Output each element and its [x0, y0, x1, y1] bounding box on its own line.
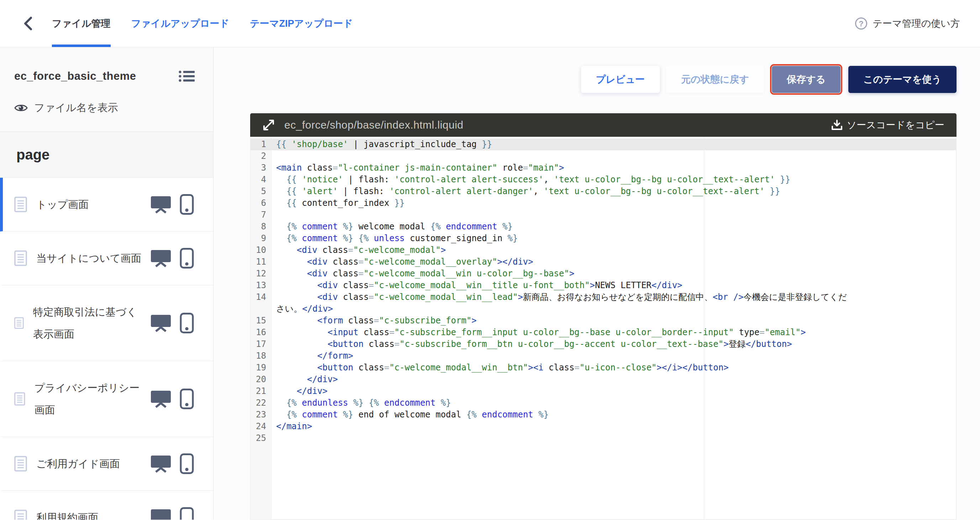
- tab-3[interactable]: テーマZIPアップロード: [250, 0, 353, 47]
- top-navigation-bar: ファイル管理ファイルアップロードテーマZIPアップロード ? テーマ管理の使い方: [0, 0, 980, 47]
- sidebar-item-label: 当サイトについて画面: [36, 247, 141, 269]
- device-preview-icons: [151, 313, 194, 333]
- back-button[interactable]: [20, 15, 36, 32]
- code-line: 24</main>: [250, 421, 956, 432]
- line-number: 20: [250, 373, 271, 385]
- line-number: 19: [250, 362, 271, 373]
- line-number: 17: [250, 338, 271, 350]
- mobile-icon[interactable]: [180, 453, 194, 474]
- desktop-icon[interactable]: [151, 249, 171, 267]
- code-line: 22 {% endunless %} {% endcomment %}: [250, 397, 956, 409]
- desktop-icon[interactable]: [151, 314, 171, 332]
- save-button[interactable]: 保存する: [772, 66, 840, 93]
- sidebar-item-2[interactable]: 当サイトについて画面: [0, 231, 213, 285]
- line-number: 12: [250, 268, 271, 279]
- line-number: 14: [250, 291, 271, 303]
- mobile-icon[interactable]: [180, 507, 194, 520]
- code-line: 18 </form>: [250, 350, 956, 362]
- desktop-icon[interactable]: [151, 196, 171, 213]
- section-header-page: page: [0, 132, 213, 178]
- theme-name: ec_force_basic_theme: [14, 70, 136, 83]
- device-preview-icons: [151, 507, 194, 520]
- code-line-content: <button class="c-welcome_modal__win__btn…: [271, 362, 729, 373]
- page-file-icon: [14, 315, 24, 331]
- tab-1[interactable]: ファイル管理: [52, 0, 111, 47]
- device-preview-icons: [151, 248, 194, 268]
- code-line: 8 {% comment %} welcome modal {% endcomm…: [250, 221, 956, 233]
- line-number: 25: [250, 432, 271, 444]
- desktop-icon[interactable]: [151, 455, 171, 473]
- chevron-left-icon: [22, 16, 35, 31]
- line-number: 18: [250, 350, 271, 362]
- code-editor: ec_force/shop/base/index.html.liquid ソース…: [250, 113, 956, 520]
- help-link[interactable]: ? テーマ管理の使い方: [855, 17, 960, 30]
- tab-2[interactable]: ファイルアップロード: [131, 0, 229, 47]
- code-line: 20 </div>: [250, 373, 956, 385]
- code-line: 7: [250, 209, 956, 221]
- mobile-icon[interactable]: [180, 194, 194, 215]
- sidebar-item-6[interactable]: 利用規約画面: [0, 491, 213, 520]
- line-number: 21: [250, 385, 271, 397]
- sidebar-item-label: 利用規約画面: [36, 506, 98, 520]
- expand-button[interactable]: [262, 119, 275, 131]
- mobile-icon[interactable]: [180, 313, 194, 333]
- line-number: 6: [250, 197, 271, 209]
- code-line: 19 <button class="c-welcome_modal__win__…: [250, 362, 956, 373]
- editor-header: ec_force/shop/base/index.html.liquid ソース…: [250, 113, 956, 137]
- page-file-list: トップ画面当サイトについて画面特定商取引法に基づく表示画面プライバシーポリシー画…: [0, 178, 213, 520]
- file-list-button[interactable]: [178, 69, 195, 83]
- code-line-content: {{ 'notice' | flash: 'control-alert aler…: [271, 174, 790, 185]
- line-number: 4: [250, 174, 271, 185]
- mobile-icon[interactable]: [180, 248, 194, 268]
- page-file-icon: [14, 510, 27, 520]
- desktop-icon[interactable]: [151, 390, 171, 408]
- code-line-content: [271, 150, 276, 162]
- code-line: 23 {% comment %} end of welcome modal {%…: [250, 409, 956, 421]
- line-number: 8: [250, 221, 271, 233]
- page-file-icon: [14, 391, 25, 407]
- code-line: 25: [250, 432, 956, 444]
- code-line: 1{{ 'shop/base' | javascript_include_tag…: [250, 139, 956, 150]
- sidebar-item-label: トップ画面: [36, 193, 89, 215]
- sidebar-item-1[interactable]: トップ画面: [0, 178, 213, 231]
- tab-bar: ファイル管理ファイルアップロードテーマZIPアップロード: [52, 0, 353, 47]
- code-line: 14 <div class="c-welcome_modal__win__lea…: [250, 291, 956, 303]
- mobile-icon[interactable]: [180, 389, 194, 409]
- use-theme-button[interactable]: このテーマを使う: [848, 66, 956, 93]
- code-line: 10 <div class="c-welcome_modal">: [250, 244, 956, 256]
- page-file-icon: [14, 456, 27, 472]
- theme-editor-app: ファイル管理ファイルアップロードテーマZIPアップロード ? テーマ管理の使い方…: [0, 0, 980, 520]
- page-file-icon: [14, 196, 27, 212]
- code-line-content: <div class="c-welcome_modal__win u-color…: [271, 268, 574, 279]
- code-lines: 1{{ 'shop/base' | javascript_include_tag…: [250, 137, 956, 444]
- copy-source-button[interactable]: ソースコードをコピー: [831, 119, 944, 131]
- code-line: 11 <div class="c-welcome_modal__overlay"…: [250, 256, 956, 268]
- preview-button[interactable]: プレビュー: [581, 66, 660, 93]
- sidebar-item-3[interactable]: 特定商取引法に基づく表示画面: [0, 285, 213, 361]
- device-preview-icons: [151, 389, 194, 409]
- code-line-content: <button class="c-subscribe_form__btn u-c…: [271, 338, 792, 350]
- code-line-content: {% comment %} welcome modal {% endcommen…: [271, 221, 513, 233]
- show-filenames-toggle[interactable]: ファイル名を表示: [14, 101, 195, 115]
- code-line-content: <input class="c-subscribe_form__input u-…: [271, 327, 806, 338]
- code-line-content: </main>: [271, 421, 312, 432]
- line-number: 1: [250, 139, 271, 150]
- code-line: 12 <div class="c-welcome_modal__win u-co…: [250, 268, 956, 279]
- code-line-content: [271, 432, 276, 444]
- line-number: 23: [250, 409, 271, 421]
- show-filenames-label: ファイル名を表示: [34, 101, 118, 115]
- line-number: 2: [250, 150, 271, 162]
- code-line-content: <div class="c-welcome_modal__win__title …: [271, 279, 682, 291]
- code-line: 21 </div>: [250, 385, 956, 397]
- file-sidebar: ec_force_basic_theme: [0, 47, 213, 520]
- sidebar-item-4[interactable]: プライバシーポリシー画面: [0, 361, 213, 437]
- code-area[interactable]: 1{{ 'shop/base' | javascript_include_tag…: [250, 137, 956, 520]
- line-number: 11: [250, 256, 271, 268]
- sidebar-item-5[interactable]: ご利用ガイド画面: [0, 437, 213, 491]
- revert-button[interactable]: 元の状態に戻す: [666, 66, 764, 93]
- desktop-icon[interactable]: [151, 509, 171, 520]
- line-number: 22: [250, 397, 271, 409]
- line-number: 9: [250, 233, 271, 244]
- line-number: 16: [250, 327, 271, 338]
- code-line-content: <div class="c-welcome_modal__overlay"></…: [271, 256, 533, 268]
